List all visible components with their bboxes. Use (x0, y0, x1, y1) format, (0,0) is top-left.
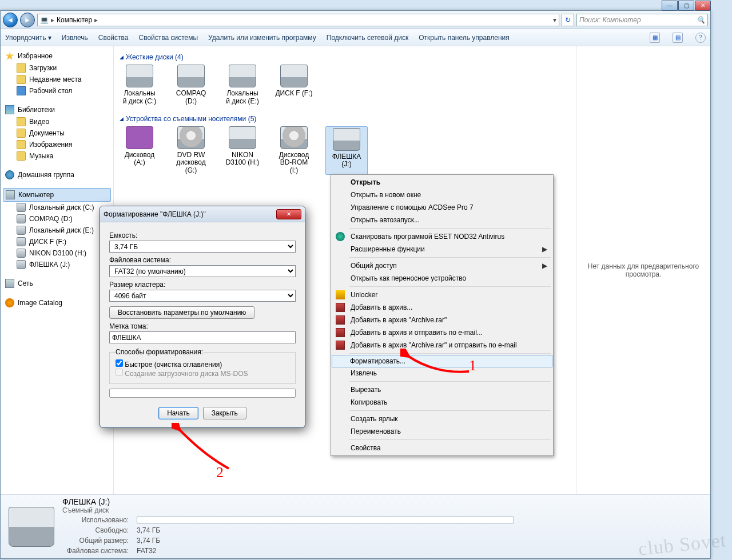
quick-format-checkbox[interactable] (116, 359, 123, 367)
menu-item[interactable]: Общий доступ▶ (332, 259, 552, 272)
control-panel-button[interactable]: Открыть панель управления (419, 34, 510, 42)
collapse-icon: ◢ (120, 116, 124, 122)
drive-item[interactable]: Локальный диск (C:) (120, 65, 160, 106)
computer-header[interactable]: Компьютер (3, 188, 111, 202)
drive-icon (126, 126, 153, 149)
preview-pane-button[interactable]: ▤ (673, 33, 683, 43)
menu-item[interactable]: Управление с помощью ACDSee Pro 7 (332, 201, 552, 214)
address-dropdown-icon[interactable]: ▾ (553, 16, 556, 24)
sidebar-item-drive-c[interactable]: Локальный диск (C:) (3, 202, 111, 213)
drive-item[interactable]: ДИСК F (F:) (274, 65, 314, 106)
maximize-button[interactable]: ▢ (678, 1, 694, 11)
menu-item-label: Извлечь (351, 369, 377, 377)
capacity-select[interactable]: 3,74 ГБ (109, 241, 296, 253)
menu-item[interactable]: Сканировать программой ESET NOD32 Antivi… (332, 230, 552, 243)
drive-label: NIKOND3100 (H:) (222, 151, 262, 167)
hdd-icon (17, 226, 26, 235)
libraries-header[interactable]: Библиотеки (3, 103, 111, 116)
drive-item[interactable]: ДисководBD-ROM(I:) (274, 126, 314, 175)
back-button[interactable]: ◄ (3, 13, 18, 27)
section-hard-drives[interactable]: ◢Жесткие диски (4) (120, 53, 570, 61)
menu-item-label: Открыть как переносное устройство (351, 274, 466, 282)
menu-item[interactable]: Открыть как переносное устройство (332, 272, 552, 285)
menu-item[interactable]: Расширенные функции▶ (332, 243, 552, 255)
network-icon (5, 279, 14, 288)
dialog-titlebar[interactable]: Форматирование "ФЛЕШКА (J:)" ✕ (100, 206, 305, 222)
sidebar-item-videos[interactable]: Видео (3, 116, 111, 127)
close-button[interactable]: ✕ (695, 1, 711, 11)
sidebar-item-music[interactable]: Музыка (3, 150, 111, 162)
msdos-boot-label: Создание загрузочного диска MS-DOS (125, 370, 248, 378)
menu-item[interactable]: Добавить в архив и отправить по e-mail..… (332, 326, 552, 339)
sidebar-item-desktop[interactable]: Рабочий стол (3, 85, 111, 97)
menu-item[interactable]: Вырезать (332, 383, 552, 396)
search-input[interactable]: Поиск: Компьютер 🔍 (576, 14, 708, 26)
menu-item[interactable]: Создать ярлык (332, 413, 552, 425)
sidebar-item-drive-f[interactable]: ДИСК F (F:) (3, 236, 111, 247)
forward-button[interactable]: ► (20, 13, 35, 27)
drive-item[interactable]: DVD RWдисковод(G:) (171, 126, 211, 175)
menu-item[interactable]: Переименовать (332, 425, 552, 438)
unlk-icon (336, 290, 345, 299)
format-options-group: Способы форматирования: Быстрое (очистка… (109, 348, 296, 384)
filesystem-select[interactable]: FAT32 (по умолчанию) (109, 265, 296, 277)
menu-item[interactable]: Копировать (332, 396, 552, 409)
sidebar-item-documents[interactable]: Документы (3, 127, 111, 139)
search-icon: 🔍 (697, 16, 705, 24)
image-catalog-header[interactable]: Image Catalog (3, 297, 111, 309)
capacity-label: Емкость: (109, 231, 296, 239)
drive-item[interactable]: NIKOND3100 (H:) (222, 126, 262, 175)
menu-item[interactable]: Добавить в архив "Archive.rar" и отправи… (332, 339, 552, 351)
help-button[interactable]: ? (695, 33, 706, 43)
menu-separator (349, 228, 551, 229)
section-removable[interactable]: ◢Устройства со съемными носителями (5) (120, 115, 570, 123)
drive-item[interactable]: Дисковод(A:) (120, 126, 160, 175)
sidebar-item-drive-j[interactable]: ФЛЕШКА (J:) (3, 259, 111, 270)
address-bar[interactable]: 💻 ▸ Компьютер ▸ ▾ (37, 14, 559, 26)
minimize-button[interactable]: — (662, 1, 678, 11)
start-button[interactable]: Начать (158, 407, 198, 419)
star-icon (5, 51, 14, 61)
sidebar-item-drive-e[interactable]: Локальный диск (E:) (3, 225, 111, 236)
homegroup-header[interactable]: Домашняя группа (3, 169, 111, 181)
msdos-boot-checkbox (116, 369, 123, 376)
sidebar-item-downloads[interactable]: Загрузки (3, 62, 111, 74)
restore-defaults-button[interactable]: Восстановить параметры по умолчанию (109, 306, 254, 319)
menu-item[interactable]: Открыть (332, 176, 552, 189)
drive-item[interactable]: COMPAQ(D:) (171, 65, 211, 106)
system-properties-button[interactable]: Свойства системы (138, 34, 198, 42)
menu-item[interactable]: Добавить в архив "Archive.rar" (332, 314, 552, 326)
sidebar-item-recent[interactable]: Недавние места (3, 74, 111, 85)
menu-item[interactable]: Открыть в новом окне (332, 189, 552, 201)
drive-item[interactable]: Локальный диск (E:) (222, 65, 262, 106)
menu-item[interactable]: Форматировать... (332, 355, 552, 367)
sidebar-item-pictures[interactable]: Изображения (3, 139, 111, 150)
refresh-button[interactable]: ↻ (562, 14, 574, 26)
organize-button[interactable]: Упорядочить ▾ (5, 34, 51, 42)
menu-item[interactable]: Добавить в архив... (332, 301, 552, 314)
drive-item[interactable]: ФЛЕШКА(J:) (325, 126, 368, 175)
close-dialog-button[interactable]: Закрыть (203, 407, 246, 419)
network-header[interactable]: Сеть (3, 277, 111, 290)
allocation-select[interactable]: 4096 байт (109, 290, 296, 302)
menu-item[interactable]: Извлечь (332, 367, 552, 379)
drive-label: Локальный диск (E:) (222, 90, 262, 106)
menu-item[interactable]: Свойства (332, 442, 552, 454)
view-button[interactable]: ▦ (650, 33, 660, 43)
menu-item[interactable]: Unlocker (332, 289, 552, 301)
map-drive-button[interactable]: Подключить сетевой диск (327, 34, 408, 42)
collapse-icon: ◢ (120, 54, 124, 60)
search-placeholder: Поиск: Компьютер (579, 16, 641, 24)
sidebar-item-drive-h[interactable]: NIKON D3100 (H:) (3, 247, 111, 259)
favorites-header[interactable]: Избранное (3, 50, 111, 62)
menu-item[interactable]: Открыть автозапуск... (332, 214, 552, 226)
properties-button[interactable]: Свойства (98, 34, 129, 42)
dialog-close-button[interactable]: ✕ (276, 209, 301, 219)
volume-label-input[interactable] (109, 331, 296, 343)
sidebar-item-drive-d[interactable]: COMPAQ (D:) (3, 213, 111, 225)
breadcrumb[interactable]: Компьютер (57, 16, 92, 24)
programs-button[interactable]: Удалить или изменить программу (208, 34, 316, 42)
homegroup-icon (5, 170, 14, 179)
nav-row: ◄ ► 💻 ▸ Компьютер ▸ ▾ ↻ Поиск: Компьютер… (1, 11, 710, 29)
eject-button[interactable]: Извлечь (62, 34, 88, 42)
